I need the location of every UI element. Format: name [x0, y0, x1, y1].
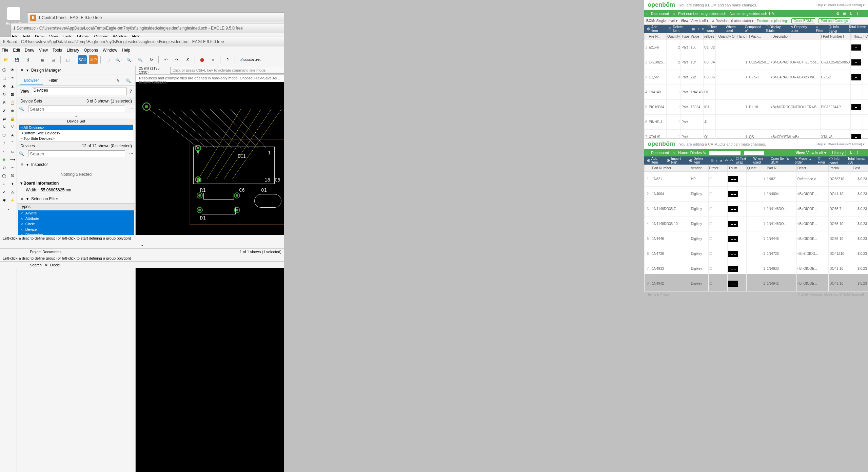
- attr-tool-icon[interactable]: ⌘: [8, 172, 17, 180]
- menu-help[interactable]: Help: [122, 48, 131, 53]
- zoom-in-icon[interactable]: 🔍+: [114, 55, 123, 64]
- type-item[interactable]: Attribute: [18, 216, 134, 221]
- close-icon[interactable]: ✕: [20, 162, 24, 167]
- hole-tool-icon[interactable]: ◯: [0, 172, 8, 180]
- device-set-list[interactable]: <All Devices><Bottom Side Devices><Top S…: [19, 125, 133, 141]
- table-row[interactable]: 21N4004Digikey☐▬▸▬11N4004<B>DIODE...DO41…: [645, 187, 868, 202]
- table-row[interactable]: 2C-EU025...2Part10nC3, C41C025-025X...<B…: [645, 55, 868, 70]
- save-icon[interactable]: 💾: [13, 55, 21, 64]
- pcb-canvas-area[interactable]: 25 mil (1196 1330) Click or press Ctrl+L…: [136, 66, 284, 472]
- paste-tool-icon[interactable]: 📋: [8, 98, 17, 107]
- value-tool-icon[interactable]: V: [8, 123, 17, 131]
- delete-tool-icon[interactable]: ✗: [0, 107, 8, 115]
- menu-library[interactable]: Library: [67, 48, 79, 53]
- zoom-fit-icon[interactable]: ⊡: [103, 55, 112, 64]
- group-tool-icon[interactable]: ⊡: [8, 90, 17, 98]
- eye-tool-icon[interactable]: 👁: [8, 66, 17, 74]
- open-icon[interactable]: 📂: [2, 55, 11, 64]
- print-icon[interactable]: 🖨: [23, 55, 32, 64]
- refresh-icon[interactable]: ↻: [849, 151, 852, 155]
- redraw-icon[interactable]: ↻: [147, 55, 156, 64]
- dim-tool-icon[interactable]: ↔: [0, 180, 8, 188]
- table-row[interactable]: 41N4148DO35-10Digikey☐▬▸▬11N4148DO...<B>…: [645, 216, 868, 231]
- devices-search[interactable]: [28, 150, 125, 157]
- more-icon[interactable]: ⋮: [862, 12, 866, 16]
- help-icon[interactable]: ?: [223, 55, 232, 64]
- table-row[interactable]: 61N4728Digikey☐▬▸▬11N4728<B>Z DIOD...DO4…: [645, 246, 868, 261]
- route-tool-icon[interactable]: ◉: [0, 155, 8, 164]
- close-icon[interactable]: ✕: [20, 196, 24, 201]
- more-icon[interactable]: ⋮: [862, 151, 866, 155]
- home-icon[interactable]: ⌂: [673, 151, 675, 155]
- design-link-button[interactable]: 🔗 DESIGN LINK: [238, 55, 263, 64]
- line-tool-icon[interactable]: /: [0, 139, 8, 147]
- redo-icon[interactable]: ↷: [730, 159, 733, 163]
- menu-draw[interactable]: Draw: [25, 48, 34, 53]
- type-item[interactable]: Airwire: [18, 210, 134, 216]
- name-tool-icon[interactable]: N: [0, 123, 8, 131]
- signal-tool-icon[interactable]: ~: [8, 164, 17, 172]
- lock-tool-icon[interactable]: 🔒: [8, 115, 17, 123]
- add-item-button[interactable]: Add Item: [646, 156, 663, 165]
- add-tool-icon[interactable]: ⊕: [8, 107, 17, 115]
- search-value[interactable]: Diode: [50, 263, 60, 267]
- import-part-button[interactable]: Import Part: [665, 156, 685, 165]
- table-row[interactable]: 51N4446Digikey☐▬▸▬11N4446<B>DIODE...DO35…: [645, 231, 868, 246]
- more-icon[interactable]: ⋯: [129, 107, 133, 111]
- back-icon[interactable]: ‹: [646, 12, 648, 16]
- table-row[interactable]: 1E2,5-62Part10uC1, C2▬: [645, 40, 868, 55]
- grid-icon[interactable]: ⊞: [843, 12, 846, 16]
- sort-icon[interactable]: ↕: [697, 27, 699, 31]
- errors-tool-icon[interactable]: ⚠: [8, 188, 17, 196]
- home-icon[interactable]: ⌂: [673, 12, 675, 16]
- dashboard-link[interactable]: Dashboard: [651, 151, 669, 155]
- table-row[interactable]: 81N4942Digikey☐▬▸▬11N4942<B>DIODE...DO41…: [645, 276, 868, 291]
- history-button[interactable]: History: [830, 150, 846, 155]
- sort-icon[interactable]: ↕: [716, 159, 718, 163]
- align-icon[interactable]: ≡: [702, 27, 704, 31]
- sheet-icon[interactable]: ⬚: [63, 55, 72, 64]
- delete-item-button[interactable]: Delete Item: [667, 24, 689, 33]
- mark-tool-icon[interactable]: ✦: [8, 180, 17, 188]
- refresh-icon[interactable]: ↻: [849, 12, 852, 16]
- drc-tool-icon[interactable]: ✓: [0, 188, 8, 196]
- device-set-item[interactable]: <Bottom Side Devices>: [19, 130, 133, 136]
- stop-icon[interactable]: ⬤: [198, 55, 206, 64]
- manufacture-icon[interactable]: ▤: [49, 55, 58, 64]
- help-small-icon[interactable]: ?: [130, 89, 132, 94]
- cam-icon[interactable]: ▦: [38, 55, 47, 64]
- via-tool-icon[interactable]: ⊙: [0, 164, 8, 172]
- gear-icon[interactable]: ⚙: [836, 12, 840, 16]
- collapse-icon[interactable]: ▾: [26, 162, 28, 167]
- collapse-icon[interactable]: ▾: [26, 68, 28, 73]
- share-icon[interactable]: ⇪: [856, 151, 859, 155]
- order-boms-button[interactable]: Order BOMs: [791, 18, 815, 23]
- table-row[interactable]: 11N821HP☐▬▸▬11N821Reference v...DO35Z10$…: [645, 172, 868, 187]
- filter-tab[interactable]: Filter: [44, 76, 62, 85]
- clear-search-icon[interactable]: ⊠: [44, 263, 47, 267]
- polygon-tool-icon[interactable]: ⬠: [0, 131, 8, 139]
- type-item[interactable]: Circle: [18, 221, 134, 227]
- menu-options[interactable]: Options: [84, 48, 98, 53]
- command-input[interactable]: Click or press Ctrl+L key to activate co…: [170, 67, 284, 74]
- info-tool-icon[interactable]: ⓘ: [0, 66, 8, 74]
- menu-file[interactable]: File: [2, 48, 8, 53]
- undo-icon[interactable]: ↶: [161, 55, 170, 64]
- cancel-icon[interactable]: ✗: [183, 55, 192, 64]
- set-vendors-button[interactable]: Set Vendors: [744, 151, 764, 155]
- type-item[interactable]: Device: [18, 227, 134, 232]
- pcb-canvas[interactable]: IC1 9 10 1 18 R1 C6 C5 Q1 D1: [136, 82, 284, 472]
- ulp-icon[interactable]: ULP: [89, 55, 98, 64]
- parts-catalogs-button[interactable]: Part and Catalogs: [818, 18, 850, 23]
- menu-view[interactable]: View: [39, 48, 48, 53]
- table-row[interactable]: 41N41481Part1N4148D1: [645, 85, 868, 100]
- table-row[interactable]: 71N4933Digikey☐▬▸▬11N4933<B>DIODE...DO41…: [645, 261, 868, 276]
- menu-tools[interactable]: Tools: [53, 48, 62, 53]
- table-row[interactable]: 5PIC16F841Part16F84IC11DIL18<B>MICROCONT…: [645, 100, 868, 115]
- zoom-out-icon[interactable]: 🔍-: [125, 55, 134, 64]
- menu-window[interactable]: Window: [103, 48, 117, 53]
- collapse-icon[interactable]: ▾: [26, 196, 28, 201]
- move-tool-icon[interactable]: ✥: [0, 82, 8, 90]
- sch-icon[interactable]: SCH: [78, 55, 87, 64]
- expand-tool-icon[interactable]: ⌄: [0, 204, 17, 212]
